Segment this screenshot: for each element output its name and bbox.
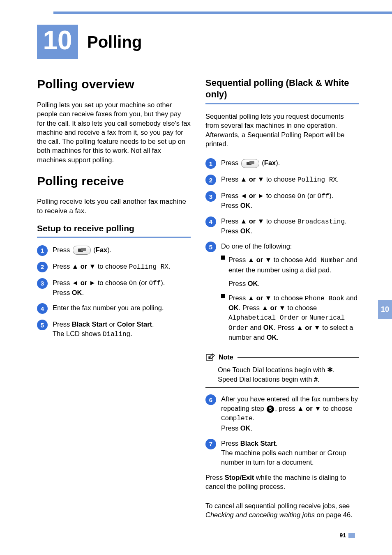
text: to choose [264, 217, 297, 225]
step-text: Press ◄ or ► to choose On (or Off). Pres… [221, 191, 359, 210]
text: and [248, 324, 263, 331]
text: to choose [272, 256, 305, 263]
svg-rect-3 [249, 161, 254, 164]
text: . [333, 366, 335, 373]
step-text: Press Black Start or Color Start. The LC… [53, 320, 191, 339]
text: OK [72, 289, 82, 296]
step-text: Press Black Start. The machine polls eac… [221, 439, 359, 467]
text: ). [329, 192, 333, 199]
text: Press [53, 289, 72, 296]
text: OK [240, 227, 251, 235]
menu-option: On [297, 193, 305, 200]
text: . [277, 334, 279, 341]
menu-option: On [129, 280, 137, 287]
text: Press [221, 202, 240, 209]
text: Press [228, 256, 248, 263]
sequential-steps-list: 1 Press (Fax). 2 Press ▲ or ▼ to choose … [205, 158, 359, 347]
text: OK [248, 280, 258, 287]
text: . [82, 289, 84, 296]
subheading-setup: Setup to receive polling [37, 223, 191, 233]
text: Stop/Exit [225, 474, 254, 481]
page-number-accent [348, 533, 355, 538]
text: . [253, 414, 255, 421]
text: Color Start [117, 320, 152, 328]
note-label: Note [219, 354, 233, 361]
list-item: 2 Press ▲ or ▼ to choose Polling RX. [205, 175, 359, 185]
text: OK [267, 334, 277, 341]
text: Speed Dial locations begin with [218, 375, 314, 383]
fax-button-icon [73, 246, 91, 255]
subheading-sequential: Sequential polling (Black & White only) [205, 77, 359, 100]
text: . [130, 330, 132, 337]
section-heading-receive: Polling receive [37, 174, 191, 188]
step-number-bullet: 3 [205, 191, 216, 202]
text: Press [53, 279, 72, 286]
step-number-bullet: 1 [37, 245, 48, 256]
chapter-title: Polling [87, 33, 142, 51]
arrow-icons: ▲ or ▼ [296, 324, 320, 331]
step-number-bullet: 2 [37, 262, 48, 272]
asterisk-symbol: ✱ [327, 366, 333, 373]
list-item: 6 After you have entered all the fax num… [205, 394, 359, 433]
text: Press [53, 263, 72, 270]
text: One Touch Dial locations begin with [218, 366, 327, 373]
text: ). [276, 159, 280, 166]
arrow-icons: ▲ or ▼ [240, 217, 264, 225]
text: Press [221, 227, 240, 235]
text: . Press [239, 304, 262, 311]
left-column: Polling overview Polling lets you set up… [37, 77, 191, 529]
text: Press [53, 320, 72, 328]
note-rule [238, 357, 359, 358]
page-number: 91 [339, 532, 355, 539]
arrow-icons: ▲ or ▼ [240, 175, 264, 183]
menu-option: Off [317, 193, 329, 200]
list-item: 4 Enter the fax number you are polling. [37, 303, 191, 314]
text: (or [305, 192, 317, 199]
menu-option: Phone Book [305, 295, 344, 302]
text: . Press [273, 324, 296, 331]
sub-list-item: Press ▲ or ▼ to choose Phone Book and OK… [221, 293, 359, 342]
note-block: Note One Touch Dial locations begin with… [205, 353, 359, 388]
step-text: Press ▲ or ▼ to choose Polling RX. [53, 262, 191, 272]
text: to choose [321, 405, 353, 412]
arrow-icons: ▲ or ▼ [72, 263, 96, 270]
text: Fax [96, 246, 107, 253]
text: on page 46. [315, 511, 353, 518]
list-item: 3 Press ◄ or ► to choose On (or Off). Pr… [37, 278, 191, 297]
text: ). [107, 246, 111, 253]
svg-rect-1 [81, 248, 86, 251]
page-number-text: 91 [339, 532, 346, 539]
step-number-bullet: 5 [205, 242, 216, 252]
menu-option: Complete [221, 415, 253, 422]
list-item: 1 Press (Fax). [37, 245, 191, 256]
fax-button-icon [241, 159, 259, 168]
menu-option: Off [149, 280, 161, 287]
list-item: 3 Press ◄ or ► to choose On (or Off). Pr… [205, 191, 359, 210]
step-number-bullet: 6 [205, 394, 216, 405]
text: to choose [96, 279, 129, 286]
subheading-rule [205, 103, 359, 104]
menu-option: Alphabetical Order [228, 314, 300, 322]
list-item: 2 Press ▲ or ▼ to choose Polling RX. [37, 262, 191, 272]
text: Press [205, 474, 225, 481]
text: OK [240, 202, 251, 209]
text: . [152, 320, 154, 328]
menu-option: Polling RX [297, 176, 337, 184]
arrow-icons: ▲ or ▼ [248, 294, 272, 302]
menu-option: Add Number [305, 257, 344, 264]
step-number-bullet: 5 [37, 320, 48, 330]
text: The machine polls each number or Group n… [221, 449, 346, 466]
text: Press [221, 440, 240, 447]
step-text: Press ◄ or ► to choose On (or Off). Pres… [53, 278, 191, 297]
text: Press [221, 192, 240, 199]
step-number-bullet: 1 [205, 158, 216, 169]
menu-option: Broadcasting [297, 218, 345, 226]
text: , press [275, 405, 297, 412]
text: Press [221, 217, 240, 225]
text: to choose [264, 192, 297, 199]
note-rule [205, 387, 359, 388]
text: . [251, 424, 253, 432]
overview-paragraph: Polling lets you set up your machine so … [37, 100, 191, 164]
step-text: After you have entered all the fax numbe… [221, 394, 359, 433]
text: and [344, 294, 357, 302]
